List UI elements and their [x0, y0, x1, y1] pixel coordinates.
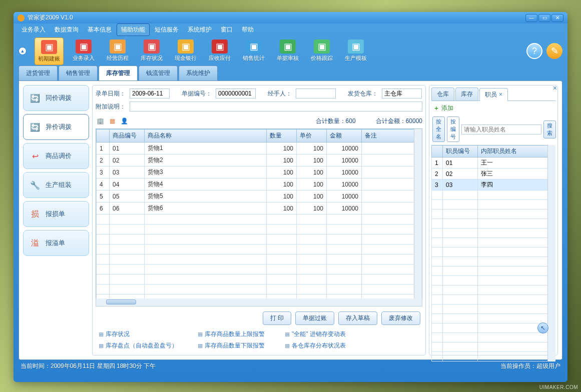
- sidebar-item-1[interactable]: 🔄异价调拨: [23, 114, 89, 140]
- employee-scrollbar-v[interactable]: [547, 145, 555, 362]
- main-tab-2[interactable]: 库存管理: [99, 66, 138, 80]
- product-grid[interactable]: 商品编号商品名称数量单价金额备注 101货物110010010000202货物2…: [96, 128, 422, 299]
- grid-icon[interactable]: ▦: [108, 116, 117, 126]
- quick-link-2-1[interactable]: 各仓库存分布状况表: [285, 342, 346, 350]
- menu-5[interactable]: 系统维护: [184, 24, 216, 36]
- date-label: 录单日期：: [96, 90, 126, 98]
- toolbar-0[interactable]: ▣初期建账: [35, 38, 64, 65]
- action-1[interactable]: 单据过账: [295, 312, 334, 325]
- main-tab-4[interactable]: 系统维护: [179, 66, 218, 80]
- toolbar-icon-6: ▣: [246, 40, 262, 54]
- toolbar: ▲ ▣初期建账▣业务录入▣经营历程▣库存状况▣现金银行▣应收应付▣销售统计▣单据…: [14, 36, 567, 66]
- main-tab-1[interactable]: 销售管理: [59, 66, 98, 80]
- sum-amt-label: 合计金额：: [376, 118, 406, 124]
- grid-scrollbar-v[interactable]: [414, 129, 422, 298]
- sidebar-item-5[interactable]: 溢报溢单: [23, 230, 89, 256]
- rp-tab-2[interactable]: 职员×: [479, 88, 508, 101]
- grid-header-2[interactable]: 商品名称: [145, 130, 267, 142]
- quick-link-0-1[interactable]: 库存盘点（自动盘盈盘亏）: [99, 342, 178, 350]
- grid-scrollbar-h[interactable]: [96, 298, 422, 306]
- quick-link-1-1[interactable]: 库存商品数量下限报警: [198, 342, 265, 350]
- rp-row[interactable]: 303李四: [432, 180, 555, 190]
- table-row[interactable]: 404货物410010010000: [97, 178, 422, 190]
- menu-3[interactable]: 辅助功能: [117, 24, 150, 36]
- minimize-button[interactable]: —: [525, 14, 537, 22]
- filter-by-code-button[interactable]: 按编号: [447, 116, 459, 142]
- globe-icon[interactable]: ✎: [546, 43, 562, 59]
- sidebar-item-0[interactable]: 🔄同价调拨: [23, 85, 89, 111]
- table-row[interactable]: 202货物210010010000: [97, 154, 422, 166]
- sidebar-item-3[interactable]: 🔧生产组装: [23, 172, 89, 198]
- action-0[interactable]: 打 印: [263, 312, 291, 325]
- action-2[interactable]: 存入草稿: [338, 312, 377, 325]
- docno-input[interactable]: [216, 88, 256, 98]
- toolbar-icon-0: ▣: [41, 40, 57, 54]
- main-tab-0[interactable]: 进货管理: [19, 66, 58, 80]
- menu-0[interactable]: 业务录入: [18, 24, 50, 36]
- toolbar-9[interactable]: ▣生产模板: [342, 38, 370, 65]
- rp-row[interactable]: 101王一: [432, 158, 555, 168]
- warehouse-input[interactable]: [382, 88, 422, 98]
- table-row[interactable]: 101货物110010010000: [97, 142, 422, 154]
- toolbar-icon-7: ▣: [280, 40, 296, 54]
- rp-row[interactable]: 202张三: [432, 168, 555, 180]
- rp-header-2[interactable]: 内部职员姓名: [478, 146, 555, 158]
- right-panel-close-icon[interactable]: ×: [553, 84, 557, 92]
- user-icon[interactable]: 👤: [120, 116, 129, 126]
- quick-link-1-0[interactable]: 库存商品数量上限报警: [198, 330, 265, 338]
- grid-header-4[interactable]: 单价: [297, 130, 327, 142]
- grid-header-0[interactable]: [97, 130, 110, 142]
- maximize-button[interactable]: ▭: [538, 14, 550, 22]
- menu-7[interactable]: 帮助: [238, 24, 258, 36]
- help-icon[interactable]: ?: [526, 43, 542, 59]
- toolbar-5[interactable]: ▣应收应付: [206, 38, 234, 65]
- toolbar-icon-9: ▣: [348, 40, 364, 54]
- table-row[interactable]: 303货物310010010000: [97, 166, 422, 178]
- toolbar-2[interactable]: ▣经营历程: [104, 38, 132, 65]
- rp-tab-1[interactable]: 库存: [455, 88, 478, 100]
- rp-tab-close-icon[interactable]: ×: [499, 91, 502, 98]
- menu-1[interactable]: 数据查询: [51, 24, 83, 36]
- sidebar: 🔄同价调拨🔄异价调拨↩商品调价🔧生产组装损报损单溢报溢单: [23, 85, 89, 356]
- filter-by-fullname-button[interactable]: 按全名: [432, 116, 445, 142]
- close-button[interactable]: ✕: [551, 14, 563, 22]
- menu-4[interactable]: 短信服务: [151, 24, 183, 36]
- rp-header-1[interactable]: 职员编号: [443, 146, 478, 158]
- main-panel: 录单日期： 单据编号： 经手人： 发货仓库： 附加说明： 🏢 ▦ 👤 合计数量：…: [92, 85, 426, 356]
- toolbar-6[interactable]: ▣销售统计: [240, 38, 268, 65]
- grid-header-6[interactable]: 备注: [362, 130, 422, 142]
- sum-qty-value: 600: [346, 118, 356, 124]
- table-row[interactable]: 505货物510010010000: [97, 190, 422, 202]
- collapse-toolbar-button[interactable]: ▲: [19, 47, 27, 55]
- toolbar-1[interactable]: ▣业务录入: [70, 38, 98, 65]
- building-icon[interactable]: 🏢: [96, 116, 105, 126]
- window-title: 管家婆2009 V1.0: [28, 14, 524, 22]
- menu-2[interactable]: 基本信息: [84, 24, 116, 36]
- toolbar-4[interactable]: ▣现金银行: [172, 38, 200, 65]
- table-row[interactable]: 606货物610010010000: [97, 202, 422, 214]
- plus-icon: ＋: [433, 104, 439, 112]
- quick-link-0-0[interactable]: 库存状况: [99, 330, 178, 338]
- grid-header-5[interactable]: 金额: [327, 130, 362, 142]
- quick-link-2-0[interactable]: "全能" 进销存变动表: [285, 330, 346, 338]
- add-button[interactable]: ＋ 添加: [431, 101, 555, 116]
- main-tab-3[interactable]: 钱流管理: [139, 66, 178, 80]
- toolbar-8[interactable]: ▣价格跟踪: [308, 38, 336, 65]
- grid-header-3[interactable]: 数量: [267, 130, 297, 142]
- note-input[interactable]: [130, 102, 422, 112]
- rp-header-0[interactable]: [432, 146, 443, 158]
- handler-input[interactable]: [296, 88, 336, 98]
- toolbar-3[interactable]: ▣库存状况: [138, 38, 166, 65]
- rp-tab-0[interactable]: 仓库: [431, 88, 454, 100]
- employee-grid[interactable]: 职员编号内部职员姓名 101王一202张三303李四 ↖: [431, 145, 555, 362]
- menu-6[interactable]: 窗口: [217, 24, 237, 36]
- grid-header-1[interactable]: 商品编号: [110, 130, 145, 142]
- employee-search-input[interactable]: [461, 124, 541, 134]
- titlebar[interactable]: 管家婆2009 V1.0 — ▭ ✕: [14, 12, 567, 24]
- action-3[interactable]: 废弃修改: [381, 312, 420, 325]
- search-button[interactable]: 搜索: [543, 120, 556, 138]
- sidebar-item-2[interactable]: ↩商品调价: [23, 143, 89, 169]
- date-input[interactable]: [130, 88, 170, 98]
- sidebar-item-4[interactable]: 损报损单: [23, 201, 89, 227]
- toolbar-7[interactable]: ▣单据审核: [274, 38, 302, 65]
